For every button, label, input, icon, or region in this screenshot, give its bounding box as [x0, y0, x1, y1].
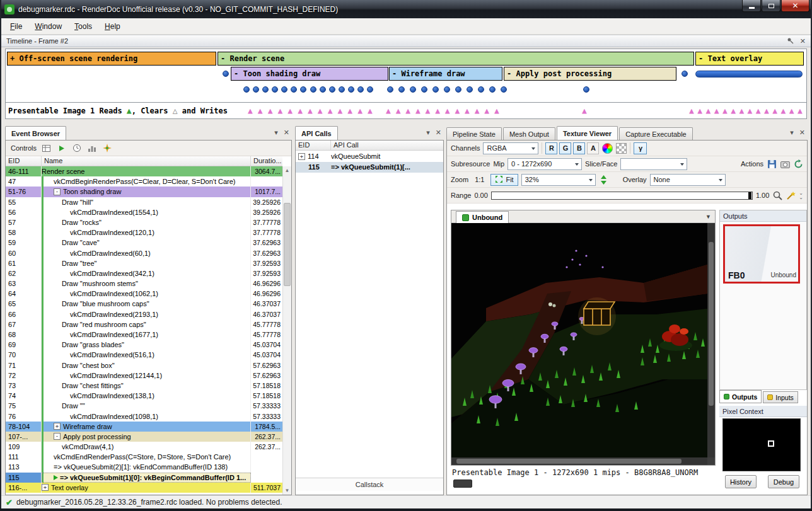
save-icon[interactable]	[767, 159, 777, 169]
texture-tab-unbound[interactable]: Unbound	[456, 211, 509, 223]
event-row[interactable]: 51-76-Toon shading draw1017.7...	[6, 187, 282, 197]
tab-mesh-output[interactable]: Mesh Output	[503, 127, 555, 140]
zoom-combo[interactable]: 32%	[521, 174, 596, 186]
color-wheel-icon[interactable]	[602, 143, 613, 154]
event-row[interactable]: 69Draw "grass blades"45.03704	[6, 340, 282, 350]
timeline-block[interactable]: - Apply post processing	[504, 67, 676, 81]
channel-b-button[interactable]: B	[573, 142, 585, 154]
event-row[interactable]: 75Draw ""57.33333	[6, 401, 282, 411]
event-row[interactable]: 58vkCmdDrawIndexed(120,1)37.77778	[6, 227, 282, 238]
toolbar-overflow-icon[interactable]: ⌄⌄	[799, 191, 803, 200]
menu-item-window[interactable]: Window	[28, 19, 68, 34]
options-star-icon[interactable]	[102, 143, 112, 153]
api-calls-menu-icon[interactable]: ▾	[426, 129, 430, 137]
event-row[interactable]: 76vkCmdDrawIndexed(1098,1)57.33333	[6, 411, 282, 422]
snapshot-icon[interactable]	[780, 159, 790, 169]
api-row[interactable]: 115=> vkQueueSubmit(1)[...	[296, 162, 443, 173]
event-row[interactable]: 70vkCmdDrawIndexed(516,1)45.03704	[6, 350, 282, 360]
tree-expander[interactable]: -	[54, 433, 61, 440]
wand-icon[interactable]	[786, 190, 796, 200]
event-row[interactable]: 64vkCmdDrawIndexed(1062,1)46.96296	[6, 289, 282, 299]
autofit-icon[interactable]	[599, 175, 609, 185]
event-row[interactable]: 72vkCmdDrawIndexed(12144,1)57.62963	[6, 370, 282, 381]
zoom-1to1-button[interactable]: 1:1	[472, 174, 487, 186]
event-row[interactable]: 74vkCmdDrawIndexed(138,1)57.18518	[6, 391, 282, 401]
scroll-thumb[interactable]	[456, 459, 682, 464]
event-row[interactable]: 47vkCmdBeginRenderPass(C=Clear, D=Clear,…	[6, 176, 282, 187]
time-icon[interactable]	[72, 143, 82, 153]
scroll-up-icon[interactable]: ▲	[283, 166, 291, 175]
tree-expander[interactable]: +	[298, 153, 305, 160]
timeline-grid-icon[interactable]	[42, 143, 52, 153]
texture-vscrollbar[interactable]	[707, 223, 715, 457]
stats-icon[interactable]	[87, 143, 97, 153]
callstack-bar[interactable]: Callstack	[296, 478, 443, 491]
scroll-thumb[interactable]	[709, 242, 714, 406]
event-row[interactable]: 57Draw "rocks"37.77778	[6, 217, 282, 227]
debug-button[interactable]: Debug	[768, 475, 799, 488]
event-row[interactable]: 55Draw "hill"39.25926	[6, 197, 282, 207]
event-row[interactable]: 116-...+Text overlay511.7037	[6, 483, 282, 493]
event-row[interactable]: 78-104+Wireframe draw1784.5...	[6, 422, 282, 432]
tree-expander[interactable]: -	[54, 188, 61, 195]
tab-capture-executable[interactable]: Capture Executable	[619, 127, 693, 140]
event-row[interactable]: 60vkCmdDrawIndexed(60,1)37.62963	[6, 248, 282, 258]
pin-icon[interactable]	[787, 37, 794, 45]
event-row[interactable]: 68vkCmdDrawIndexed(1677,1)45.77778	[6, 330, 282, 340]
range-thumb[interactable]	[748, 192, 751, 199]
timeline-block[interactable]: - Wireframe draw	[389, 67, 502, 81]
minimize-button[interactable]	[742, 0, 761, 12]
channel-a-button[interactable]: A	[587, 142, 599, 154]
range-slider[interactable]	[491, 192, 753, 200]
event-row[interactable]: 62vkCmdDrawIndexed(342,1)37.92593	[6, 268, 282, 278]
texture-tab-dropdown-icon[interactable]: ▼	[704, 212, 713, 221]
event-row[interactable]: 56vkCmdDrawIndexed(1554,1)39.25926	[6, 207, 282, 217]
slice-combo[interactable]	[620, 158, 687, 170]
mip-combo[interactable]: 0 - 1272x690	[508, 158, 582, 170]
timeline-block[interactable]: - Render scene	[218, 52, 694, 66]
event-row[interactable]: 46-111Render scene3064.7...	[6, 166, 282, 176]
scroll-down-icon[interactable]: ▼	[283, 486, 291, 495]
timeline-block[interactable]: - Toon shading draw	[231, 67, 388, 81]
texture-image[interactable]	[451, 223, 707, 457]
timeline-block[interactable]: - Text overlay	[695, 52, 804, 66]
maximize-button[interactable]	[762, 0, 780, 12]
gamma-button[interactable]: γ	[634, 142, 647, 154]
event-row[interactable]: 71Draw "chest box"57.62963	[6, 360, 282, 370]
event-row[interactable]: 61Draw "tree"37.92593	[6, 258, 282, 268]
scroll-thumb[interactable]	[284, 203, 291, 286]
right-panel-menu-icon[interactable]: ▾	[790, 129, 794, 137]
event-row[interactable]: 65Draw "blue mushroom caps"46.37037	[6, 299, 282, 309]
event-row[interactable]: 113=> vkQueueSubmit(2)[1]: vkEndCommandB…	[6, 462, 282, 472]
refresh-icon[interactable]	[793, 159, 803, 169]
pixel-context-view[interactable]	[722, 418, 801, 471]
tab-api-calls[interactable]: API Calls	[295, 126, 338, 140]
event-row[interactable]: 107-...-Apply post processing262.37...	[6, 432, 282, 442]
menu-item-tools[interactable]: Tools	[68, 19, 98, 34]
api-row[interactable]: +114vkQueueSubmit	[296, 151, 443, 162]
bookmark-arrow-icon[interactable]	[57, 143, 67, 153]
col-eid[interactable]: EID	[296, 141, 331, 150]
texture-viewport[interactable]	[451, 223, 707, 457]
event-row[interactable]: 66vkCmdDrawIndexed(2193,1)46.37037	[6, 309, 282, 319]
close-button[interactable]: ✕	[781, 0, 809, 12]
event-row[interactable]: 115=> vkQueueSubmit(1)[0]: vkBeginComman…	[6, 473, 282, 483]
tab-texture-viewer[interactable]: Texture Viewer	[557, 126, 618, 140]
tab-event-browser[interactable]: Event Browser	[5, 126, 66, 140]
event-browser-close-icon[interactable]: ✕	[284, 129, 289, 137]
event-row[interactable]: 109vkCmdDraw(4,1)262.37...	[6, 442, 282, 452]
menu-item-help[interactable]: Help	[98, 19, 127, 34]
api-calls-close-icon[interactable]: ✕	[436, 129, 441, 137]
event-browser-menu-icon[interactable]: ▾	[274, 129, 278, 137]
tree-expander[interactable]: +	[54, 423, 61, 430]
event-row[interactable]: 63Draw "mushroom stems"46.96296	[6, 278, 282, 289]
texture-hscrollbar[interactable]	[451, 457, 707, 465]
timeline-block[interactable]: + Off-screen scene rendering	[7, 52, 216, 66]
tree-expander[interactable]: +	[42, 484, 49, 491]
event-row[interactable]: 67Draw "red mushroom caps"45.77778	[6, 319, 282, 330]
history-button[interactable]: History	[725, 475, 757, 488]
tab-outputs[interactable]: Outputs	[719, 390, 762, 403]
col-duration[interactable]: Duratio...	[251, 156, 282, 166]
col-name[interactable]: Name	[42, 156, 251, 166]
right-panel-close-icon[interactable]: ✕	[799, 129, 805, 137]
